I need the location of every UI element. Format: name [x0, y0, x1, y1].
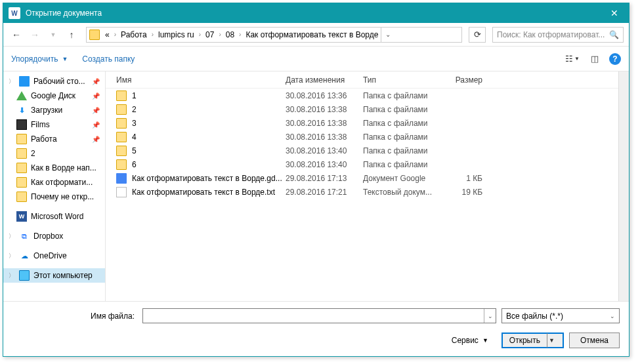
collapse-icon: 〉	[7, 252, 15, 260]
txt-icon	[116, 187, 127, 197]
col-name[interactable]: Имя	[116, 75, 286, 85]
file-row[interactable]: 130.08.2016 13:36Папка с файлами	[106, 89, 618, 102]
sidebar-item[interactable]: Как отформати...	[3, 175, 105, 190]
file-type-filter[interactable]: Все файлы (*.*) ⌄	[501, 308, 620, 323]
column-headers: Имя Дата изменения Тип Размер	[106, 71, 618, 89]
sidebar-label: Microsoft Word	[31, 212, 83, 221]
file-name: 6	[132, 160, 137, 169]
folder-icon	[116, 104, 127, 115]
col-date[interactable]: Дата изменения	[286, 75, 363, 85]
breadcrumb-item[interactable]: 08	[224, 30, 236, 39]
sidebar-label: Почему не откр...	[31, 192, 94, 201]
tools-button[interactable]: Сервис ▼	[452, 336, 488, 345]
search-icon: 🔍	[609, 30, 619, 39]
breadcrumb-dropdown[interactable]: ⌄	[381, 28, 394, 42]
forward-button[interactable]: →	[27, 27, 43, 43]
sidebar-item[interactable]: 〉☁OneDrive	[3, 249, 105, 263]
file-type: Текстовый докум...	[363, 188, 443, 197]
preview-pane-button[interactable]: ◫	[587, 52, 603, 66]
col-size[interactable]: Размер	[443, 75, 482, 85]
file-size: 19 КБ	[443, 188, 482, 197]
filename-label: Имя файла:	[12, 312, 137, 321]
help-button[interactable]: ?	[609, 53, 621, 65]
pin-icon: 📌	[92, 92, 100, 100]
breadcrumb-item[interactable]: Как отформатировать текст в Ворде	[244, 30, 379, 39]
sidebar: 〉Рабочий сто...📌Google Диск📌⬇Загрузки📌Fi…	[3, 71, 106, 301]
file-type: Папка с файлами	[363, 160, 443, 169]
sidebar-label: Работа	[31, 134, 57, 144]
breadcrumb-item[interactable]: 07	[204, 30, 215, 39]
filename-dropdown[interactable]: ⌄	[484, 309, 496, 323]
breadcrumb[interactable]: « › Работа › lumpics ru › 07 › 08 › Как …	[86, 27, 462, 43]
refresh-button[interactable]: ⟳	[469, 27, 486, 43]
file-name: 3	[132, 119, 137, 128]
recent-dropdown[interactable]: ▼	[45, 27, 61, 43]
open-split-dropdown[interactable]: ▼	[547, 333, 556, 348]
organize-button[interactable]: Упорядочить ▼	[11, 54, 68, 64]
open-label: Открыть	[509, 336, 540, 345]
file-type: Документ Google	[363, 174, 443, 183]
collapse-icon: 〉	[7, 272, 15, 280]
file-row[interactable]: 530.08.2016 13:40Папка с файлами	[106, 144, 618, 157]
filename-input[interactable]: ⌄	[142, 308, 496, 323]
word-app-icon: W	[9, 7, 20, 19]
sidebar-item[interactable]: Почему не откр...	[3, 190, 105, 204]
view-options-button[interactable]: ☷ ▼	[565, 52, 580, 66]
breadcrumb-item[interactable]: Работа	[119, 30, 148, 39]
up-button[interactable]: ↑	[64, 27, 79, 43]
sidebar-item[interactable]: Работа📌	[3, 132, 105, 146]
file-row[interactable]: 430.08.2016 13:38Папка с файлами	[106, 130, 618, 144]
file-name: 4	[132, 132, 137, 142]
file-type: Папка с файлами	[363, 119, 443, 128]
file-row[interactable]: Как отформатировать текст в Ворде.gd...2…	[106, 171, 618, 185]
chevron-down-icon: ▼	[62, 56, 68, 62]
file-name: 2	[132, 105, 137, 114]
sidebar-item[interactable]: 2	[3, 146, 105, 161]
cancel-button[interactable]: Отмена	[569, 333, 620, 348]
sidebar-item[interactable]: Как в Ворде нап...	[3, 161, 105, 175]
open-button[interactable]: Открыть ▼	[501, 333, 564, 348]
file-row[interactable]: Как отформатировать текст в Ворде.txt29.…	[106, 185, 618, 199]
breadcrumb-ellipsis[interactable]: «	[104, 30, 111, 39]
gdoc-icon	[116, 173, 127, 184]
file-name: Как отформатировать текст в Ворде.txt	[132, 188, 275, 197]
folder-icon	[116, 159, 127, 170]
file-row[interactable]: 630.08.2016 13:40Папка с файлами	[106, 157, 618, 171]
file-date: 30.08.2016 13:38	[286, 105, 363, 114]
file-name: 1	[132, 91, 137, 100]
collapse-icon: 〉	[7, 232, 15, 241]
gdrive-icon	[16, 91, 27, 100]
sidebar-item[interactable]: 〉⧉Dropbox	[3, 229, 105, 243]
close-button[interactable]: ✕	[599, 3, 629, 23]
sidebar-label: Как в Ворде нап...	[31, 163, 96, 172]
chevron-down-icon: ▼	[482, 337, 488, 344]
folder-icon	[16, 163, 27, 173]
back-button[interactable]: ←	[9, 27, 24, 43]
chevron-right-icon: ›	[112, 31, 118, 38]
search-input[interactable]: Поиск: Как отформатироват... 🔍	[492, 27, 624, 43]
collapse-icon: 〉	[7, 77, 15, 86]
films-icon	[16, 119, 27, 130]
new-folder-button[interactable]: Создать папку	[82, 54, 135, 64]
file-type: Папка с файлами	[363, 91, 443, 100]
sidebar-item[interactable]: ⬇Загрузки📌	[3, 103, 105, 117]
file-row[interactable]: 330.08.2016 13:38Папка с файлами	[106, 116, 618, 130]
sidebar-item[interactable]: 〉Рабочий сто...📌	[3, 74, 105, 89]
toolbar: Упорядочить ▼ Создать папку ☷ ▼ ◫ ?	[3, 47, 629, 71]
folder-icon	[116, 146, 127, 156]
file-type: Папка с файлами	[363, 132, 443, 142]
file-type: Папка с файлами	[363, 146, 443, 155]
file-date: 29.08.2016 17:21	[286, 188, 363, 197]
sidebar-item[interactable]: WMicrosoft Word	[3, 209, 105, 224]
sidebar-item[interactable]: Google Диск📌	[3, 89, 105, 103]
sidebar-item[interactable]: Films📌	[3, 117, 105, 132]
folder-icon	[16, 148, 27, 159]
scrollbar[interactable]	[618, 71, 629, 301]
footer: Имя файла: ⌄ Все файлы (*.*) ⌄ Сервис ▼ …	[3, 301, 629, 356]
breadcrumb-item[interactable]: lumpics ru	[157, 30, 196, 39]
col-type[interactable]: Тип	[363, 75, 443, 85]
sidebar-item[interactable]: 〉Этот компьютер	[3, 268, 105, 283]
file-row[interactable]: 230.08.2016 13:38Папка с файлами	[106, 102, 618, 116]
file-date: 30.08.2016 13:36	[286, 91, 363, 100]
file-list[interactable]: 130.08.2016 13:36Папка с файлами230.08.2…	[106, 89, 618, 301]
